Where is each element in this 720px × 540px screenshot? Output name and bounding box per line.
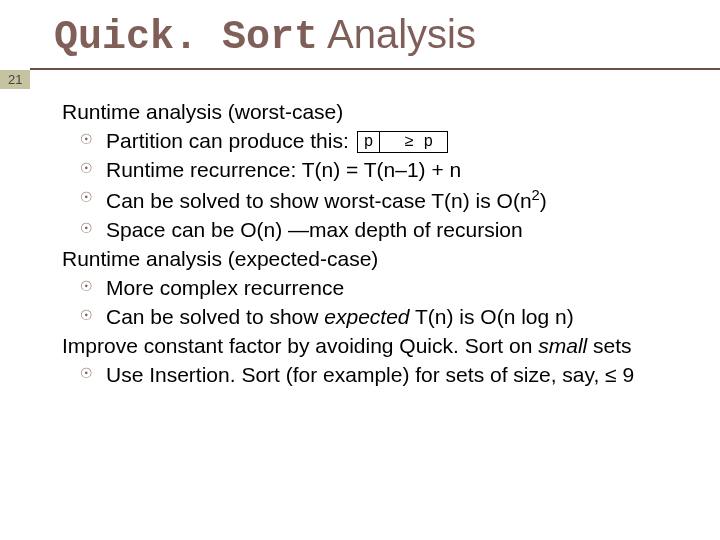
bullet-text-post: T(n) is O(n log n) <box>410 305 574 328</box>
page-number-badge: 21 <box>0 70 30 89</box>
section-header: Runtime analysis (worst-case) <box>62 98 684 127</box>
slide-body: Runtime analysis (worst-case) Partition … <box>0 70 720 390</box>
section-text-post: sets <box>587 334 631 357</box>
bullet-text-pre: Can be solved to show worst-case T(n) is… <box>106 189 532 212</box>
section-header: Improve constant factor by avoiding Quic… <box>62 332 684 361</box>
section-header: Runtime analysis (expected-case) <box>62 245 684 274</box>
bullet-text-em: expected <box>324 305 409 328</box>
bullet-item: Can be solved to show expected T(n) is O… <box>62 303 684 332</box>
slide-title: Quick. Sort Analysis <box>0 0 720 68</box>
title-code: Quick. Sort <box>54 15 318 60</box>
bullet-item: Runtime recurrence: T(n) = T(n–1) + n <box>62 156 684 185</box>
bullet-text-pre: Can be solved to show <box>106 305 324 328</box>
section-text-em: small <box>538 334 587 357</box>
partition-cell-p: p <box>358 132 381 152</box>
superscript: 2 <box>532 187 540 203</box>
section-text-pre: Improve constant factor by avoiding Quic… <box>62 334 538 357</box>
partition-diagram: p≥ p <box>357 131 448 153</box>
bullet-item: More complex recurrence <box>62 274 684 303</box>
title-rest: Analysis <box>318 12 476 56</box>
bullet-item: Partition can produce this: p≥ p <box>62 127 684 156</box>
bullet-item: Can be solved to show worst-case T(n) is… <box>62 185 684 216</box>
bullet-text: Partition can produce this: <box>106 129 355 152</box>
bullet-item: Space can be O(n) —max depth of recursio… <box>62 216 684 245</box>
partition-cell-rest: ≥ p <box>380 132 447 152</box>
bullet-item: Use Insertion. Sort (for example) for se… <box>62 361 684 390</box>
bullet-text-post: ) <box>540 189 547 212</box>
